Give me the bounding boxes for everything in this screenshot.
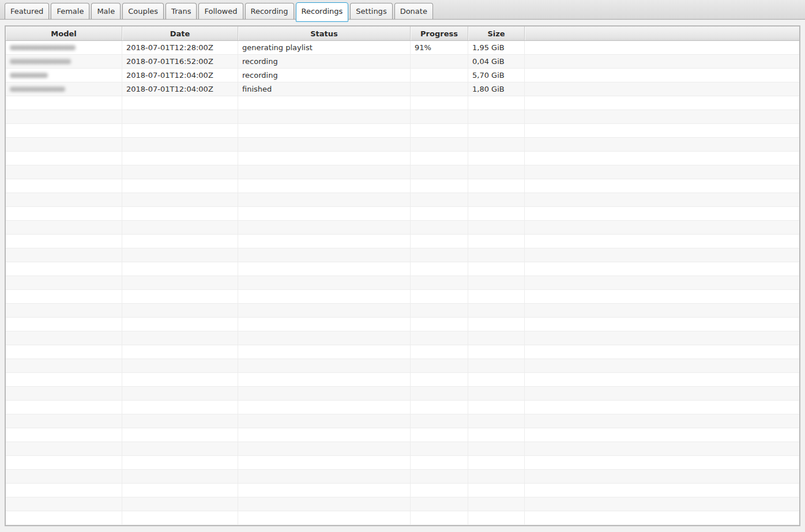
cell-date [122, 318, 238, 331]
cell-progress [411, 179, 468, 193]
table-row-empty [6, 525, 799, 526]
cell-size [468, 124, 525, 137]
cell-status [238, 456, 411, 469]
cell-date [122, 428, 238, 442]
cell-status [238, 511, 411, 525]
cell-size [468, 96, 525, 110]
table-row[interactable]: 2018-07-01T12:04:00Zfinished1,80 GiB [6, 82, 799, 96]
column-header-date[interactable]: Date [122, 27, 238, 40]
cell-status [238, 110, 411, 123]
cell-size [468, 373, 525, 386]
cell-progress [411, 82, 468, 96]
table-row-empty [6, 511, 799, 525]
cell-progress [411, 484, 468, 497]
cell-date [122, 525, 238, 526]
cell-progress [411, 69, 468, 82]
cell-status [238, 373, 411, 386]
cell-filler [525, 193, 799, 206]
table-row-empty [6, 248, 799, 262]
cell-size [468, 456, 525, 469]
cell-status [238, 138, 411, 151]
cell-status [238, 152, 411, 165]
tab-female[interactable]: Female [51, 3, 89, 19]
column-header-status[interactable]: Status [238, 27, 411, 40]
cell-progress [411, 401, 468, 414]
cell-size [468, 276, 525, 289]
column-header-size[interactable]: Size [468, 27, 525, 40]
cell-date: 2018-07-01T12:04:00Z [122, 69, 238, 82]
cell-status [238, 428, 411, 442]
cell-date [122, 470, 238, 483]
table-row-empty [6, 207, 799, 221]
cell-progress [411, 248, 468, 262]
cell-progress [411, 387, 468, 400]
cell-filler [525, 124, 799, 137]
tab-recording[interactable]: Recording [245, 3, 294, 19]
cell-date [122, 207, 238, 220]
cell-progress [411, 470, 468, 483]
tab-trans[interactable]: Trans [165, 3, 197, 19]
cell-filler [525, 331, 799, 345]
cell-date [122, 290, 238, 303]
tab-male[interactable]: Male [91, 3, 121, 19]
cell-date [122, 235, 238, 248]
table-row-empty [6, 165, 799, 179]
cell-date [122, 359, 238, 372]
cell-progress [411, 165, 468, 179]
column-header-progress[interactable]: Progress [411, 27, 468, 40]
cell-status: finished [238, 82, 411, 96]
table-row-empty [6, 470, 799, 484]
cell-date [122, 497, 238, 511]
table-row-empty [6, 414, 799, 428]
cell-size [468, 179, 525, 193]
cell-progress [411, 359, 468, 372]
cell-date [122, 387, 238, 400]
cell-model [6, 484, 122, 497]
tab-settings[interactable]: Settings [350, 3, 392, 19]
cell-model [6, 179, 122, 193]
cell-date: 2018-07-01T16:52:00Z [122, 55, 238, 68]
column-header-filler [525, 27, 799, 40]
table-row-empty [6, 138, 799, 152]
table-row-empty [6, 484, 799, 497]
cell-model [6, 442, 122, 455]
cell-model [6, 138, 122, 151]
cell-filler [525, 96, 799, 110]
cell-date [122, 442, 238, 455]
tab-followed[interactable]: Followed [198, 3, 243, 19]
tab-bar: FeaturedFemaleMaleCouplesTransFollowedRe… [0, 0, 805, 20]
tab-featured[interactable]: Featured [5, 3, 49, 19]
cell-filler [525, 387, 799, 400]
cell-status [238, 221, 411, 234]
cell-size [468, 304, 525, 317]
cell-size [468, 165, 525, 179]
cell-size [468, 484, 525, 497]
tab-donate[interactable]: Donate [394, 3, 433, 19]
cell-filler [525, 55, 799, 68]
cell-size [468, 318, 525, 331]
cell-status [238, 318, 411, 331]
cell-filler [525, 235, 799, 248]
tab-couples[interactable]: Couples [122, 3, 164, 19]
cell-date [122, 331, 238, 345]
cell-model [6, 165, 122, 179]
cell-date [122, 401, 238, 414]
cell-size [468, 152, 525, 165]
table-row[interactable]: 2018-07-01T12:28:00Zgenerating playlist9… [6, 41, 799, 55]
cell-model [6, 221, 122, 234]
redacted-model-name [10, 45, 76, 50]
cell-date [122, 276, 238, 289]
table-row[interactable]: 2018-07-01T16:52:00Zrecording0,04 GiB [6, 55, 799, 69]
cell-filler [525, 470, 799, 483]
column-header-model[interactable]: Model [6, 27, 122, 40]
cell-model [6, 41, 122, 54]
cell-model [6, 55, 122, 68]
cell-progress [411, 262, 468, 276]
cell-filler [525, 484, 799, 497]
tab-recordings[interactable]: Recordings [296, 2, 349, 22]
cell-model [6, 304, 122, 317]
table-row[interactable]: 2018-07-01T12:04:00Zrecording5,70 GiB [6, 69, 799, 82]
cell-status [238, 207, 411, 220]
cell-status [238, 179, 411, 193]
cell-filler [525, 165, 799, 179]
